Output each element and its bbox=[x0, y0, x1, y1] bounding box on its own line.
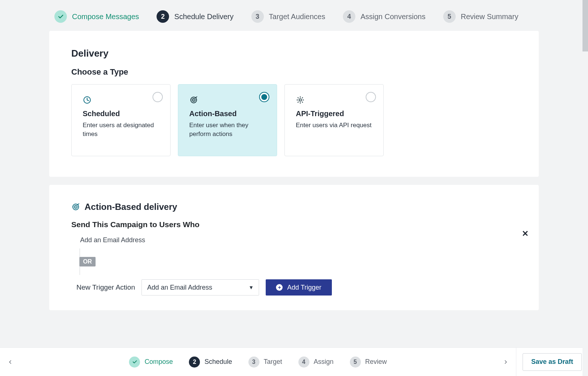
remove-trigger-button[interactable]: ✕ bbox=[522, 229, 528, 239]
or-separator: OR bbox=[79, 248, 517, 275]
save-draft-wrap: Save as Draft bbox=[516, 347, 588, 376]
top-stepper: Compose Messages 2 Schedule Delivery 3 T… bbox=[0, 0, 588, 23]
step-label: Schedule Delivery bbox=[174, 12, 233, 21]
step-review[interactable]: 5 Review Summary bbox=[443, 10, 519, 23]
bstep-number: 3 bbox=[248, 357, 259, 368]
chevron-down-icon: ▼ bbox=[249, 284, 254, 290]
bstep-number: 4 bbox=[298, 357, 309, 368]
ab-header: Action-Based delivery bbox=[71, 202, 517, 212]
clock-icon bbox=[83, 96, 92, 104]
next-step-button[interactable] bbox=[495, 357, 516, 367]
type-desc: Enter users via API request bbox=[296, 121, 374, 130]
bstep-number: 2 bbox=[189, 357, 200, 368]
type-desc: Enter user when they perform actions bbox=[189, 121, 268, 139]
check-icon bbox=[129, 357, 140, 368]
step-label: Compose Messages bbox=[72, 12, 139, 21]
step-label: Target Audiences bbox=[269, 12, 325, 21]
action-based-card: Action-Based delivery Send This Campaign… bbox=[49, 185, 539, 310]
type-desc: Enter users at designated times bbox=[83, 121, 161, 139]
add-trigger-button[interactable]: + Add Trigger bbox=[266, 279, 331, 296]
type-option-action-based[interactable]: Action-Based Enter user when they perfor… bbox=[178, 84, 277, 156]
bstep-label: Schedule bbox=[204, 358, 232, 366]
delivery-title: Delivery bbox=[71, 48, 517, 59]
bstep-compose[interactable]: Compose bbox=[129, 357, 173, 368]
chevron-left-icon bbox=[8, 357, 13, 367]
bottom-bar: Compose 2 Schedule 3 Target 4 Assign 5 R… bbox=[0, 347, 516, 376]
step-number: 3 bbox=[251, 10, 264, 23]
type-title: API-Triggered bbox=[296, 110, 374, 118]
step-number: 2 bbox=[157, 10, 169, 23]
new-trigger-row: New Trigger Action Add an Email Address … bbox=[76, 279, 517, 296]
close-icon: ✕ bbox=[522, 229, 528, 238]
svg-point-4 bbox=[299, 99, 301, 101]
bstep-target[interactable]: 3 Target bbox=[248, 357, 282, 368]
step-label: Review Summary bbox=[461, 12, 519, 21]
bstep-schedule[interactable]: 2 Schedule bbox=[189, 357, 232, 368]
bstep-review[interactable]: 5 Review bbox=[350, 357, 387, 368]
step-compose[interactable]: Compose Messages bbox=[54, 10, 139, 23]
check-icon bbox=[54, 10, 67, 23]
type-option-api-triggered[interactable]: API-Triggered Enter users via API reques… bbox=[284, 84, 384, 156]
target-icon bbox=[189, 96, 198, 104]
or-chip: OR bbox=[79, 257, 96, 266]
radio-unselected-icon[interactable] bbox=[153, 92, 163, 102]
ab-title: Action-Based delivery bbox=[85, 202, 177, 212]
save-as-draft-button[interactable]: Save as Draft bbox=[523, 353, 581, 371]
step-assign[interactable]: 4 Assign Conversions bbox=[343, 10, 426, 23]
step-number: 5 bbox=[443, 10, 456, 23]
step-schedule[interactable]: 2 Schedule Delivery bbox=[157, 10, 233, 23]
step-number: 4 bbox=[343, 10, 355, 23]
send-to-label: Send This Campaign to Users Who bbox=[71, 220, 517, 229]
bstep-label: Target bbox=[264, 358, 282, 366]
bstep-label: Compose bbox=[144, 358, 173, 366]
add-trigger-label: Add Trigger bbox=[287, 284, 321, 291]
type-title: Action-Based bbox=[189, 110, 268, 118]
prev-step-button[interactable] bbox=[0, 357, 21, 367]
type-options: Scheduled Enter users at designated time… bbox=[71, 84, 517, 156]
bstep-number: 5 bbox=[350, 357, 361, 368]
step-label: Assign Conversions bbox=[361, 12, 426, 21]
select-value: Add an Email Address bbox=[147, 284, 212, 291]
gear-icon bbox=[296, 96, 305, 104]
radio-selected-icon[interactable] bbox=[259, 92, 269, 102]
svg-point-7 bbox=[75, 207, 76, 208]
target-icon bbox=[71, 203, 80, 211]
bstep-label: Assign bbox=[314, 358, 334, 366]
trigger-action-select[interactable]: Add an Email Address ▼ bbox=[141, 279, 259, 296]
scrollbar-track[interactable] bbox=[582, 0, 588, 376]
type-title: Scheduled bbox=[83, 110, 161, 118]
existing-trigger: Add an Email Address bbox=[80, 236, 517, 244]
delivery-card: Delivery Choose a Type Scheduled Enter u… bbox=[49, 31, 539, 177]
bstep-label: Review bbox=[365, 358, 387, 366]
bstep-assign[interactable]: 4 Assign bbox=[298, 357, 334, 368]
plus-icon: + bbox=[276, 284, 283, 291]
type-option-scheduled[interactable]: Scheduled Enter users at designated time… bbox=[71, 84, 171, 156]
chevron-right-icon bbox=[503, 357, 508, 367]
new-trigger-label: New Trigger Action bbox=[76, 283, 135, 291]
choose-type-label: Choose a Type bbox=[71, 67, 517, 77]
scrollbar-thumb[interactable] bbox=[582, 0, 588, 51]
step-target[interactable]: 3 Target Audiences bbox=[251, 10, 325, 23]
svg-point-3 bbox=[193, 100, 194, 101]
radio-unselected-icon[interactable] bbox=[366, 92, 376, 102]
bottom-steps: Compose 2 Schedule 3 Target 4 Assign 5 R… bbox=[21, 357, 495, 368]
